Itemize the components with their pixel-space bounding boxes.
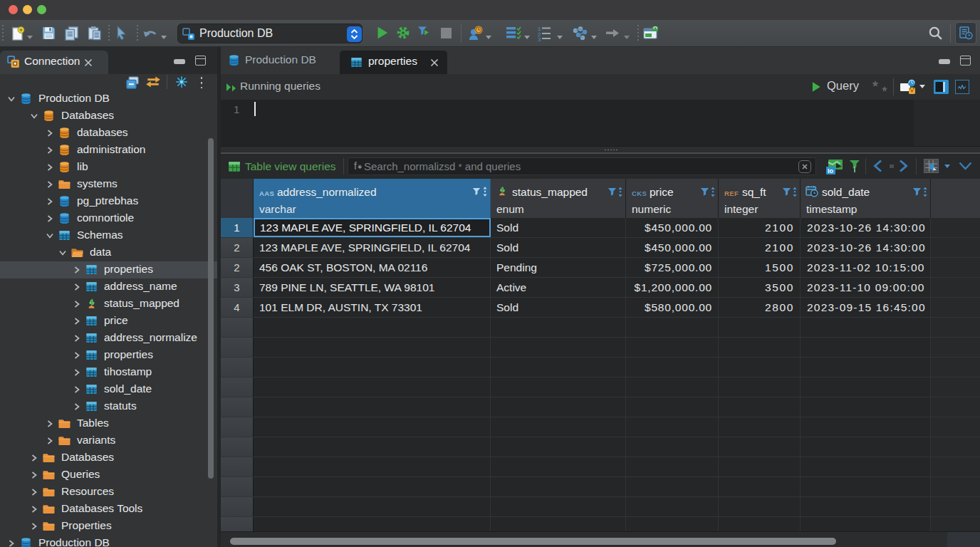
svg-text:3: 3 (538, 36, 541, 41)
svg-text:Io: Io (828, 167, 834, 174)
